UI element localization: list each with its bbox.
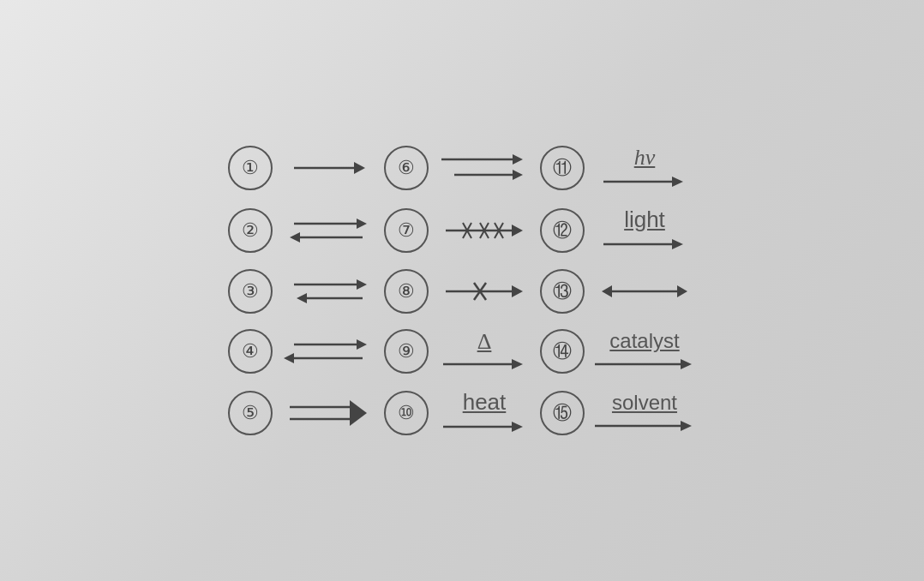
num-3: ③ bbox=[228, 269, 273, 314]
symbol-10: heat bbox=[437, 389, 531, 436]
num-5: ⑤ bbox=[228, 391, 273, 435]
symbol-7 bbox=[437, 218, 531, 243]
hv-label: hv bbox=[634, 145, 656, 171]
svg-marker-3 bbox=[513, 154, 523, 165]
svg-marker-34 bbox=[357, 339, 367, 350]
svg-marker-11 bbox=[290, 232, 300, 243]
delta-label: Δ bbox=[477, 329, 492, 355]
main-grid: ① ⑥ ⑪ hv ② bbox=[228, 145, 696, 436]
svg-marker-40 bbox=[681, 359, 692, 369]
num-11: ⑪ bbox=[540, 146, 585, 190]
num-1: ① bbox=[228, 146, 273, 190]
symbol-8 bbox=[437, 279, 531, 304]
symbol-14: catalyst bbox=[593, 329, 696, 374]
svg-marker-1 bbox=[354, 162, 365, 174]
catalyst-label: catalyst bbox=[609, 329, 679, 353]
symbol-13 bbox=[597, 279, 692, 304]
symbol-11: hv bbox=[597, 145, 692, 191]
svg-marker-45 bbox=[512, 422, 523, 432]
num-7: ⑦ bbox=[384, 208, 429, 253]
symbol-3 bbox=[281, 276, 375, 307]
num-4: ④ bbox=[228, 329, 273, 374]
svg-marker-32 bbox=[602, 285, 612, 297]
num-14: ⑭ bbox=[540, 329, 585, 374]
symbol-5 bbox=[281, 397, 375, 429]
svg-marker-38 bbox=[512, 359, 523, 369]
symbol-6 bbox=[437, 151, 531, 185]
num-6: ⑥ bbox=[384, 146, 429, 190]
symbol-2 bbox=[281, 215, 375, 246]
svg-marker-9 bbox=[357, 219, 367, 229]
svg-marker-25 bbox=[297, 293, 307, 303]
svg-marker-43 bbox=[350, 400, 367, 426]
svg-marker-47 bbox=[681, 421, 692, 431]
svg-marker-23 bbox=[357, 279, 367, 290]
num-10: ⑩ bbox=[384, 391, 429, 435]
num-2: ② bbox=[228, 208, 273, 253]
symbol-15: solvent bbox=[593, 391, 696, 435]
solvent-label: solvent bbox=[612, 391, 677, 415]
symbol-9: Δ bbox=[437, 329, 531, 374]
num-9: ⑨ bbox=[384, 329, 429, 374]
svg-marker-36 bbox=[284, 353, 294, 363]
svg-marker-27 bbox=[512, 285, 523, 297]
num-8: ⑧ bbox=[384, 269, 429, 314]
num-15: ⑮ bbox=[540, 391, 585, 435]
svg-marker-5 bbox=[513, 170, 523, 180]
svg-marker-7 bbox=[672, 177, 683, 187]
num-13: ⑬ bbox=[540, 269, 585, 314]
svg-marker-13 bbox=[512, 225, 523, 237]
light-label: light bbox=[624, 207, 665, 233]
svg-marker-31 bbox=[677, 285, 687, 297]
heat-label: heat bbox=[463, 389, 507, 416]
svg-marker-21 bbox=[672, 239, 683, 249]
num-12: ⑫ bbox=[540, 208, 585, 253]
symbol-12: light bbox=[597, 207, 692, 254]
symbol-1 bbox=[281, 155, 375, 181]
symbol-4 bbox=[281, 336, 375, 367]
